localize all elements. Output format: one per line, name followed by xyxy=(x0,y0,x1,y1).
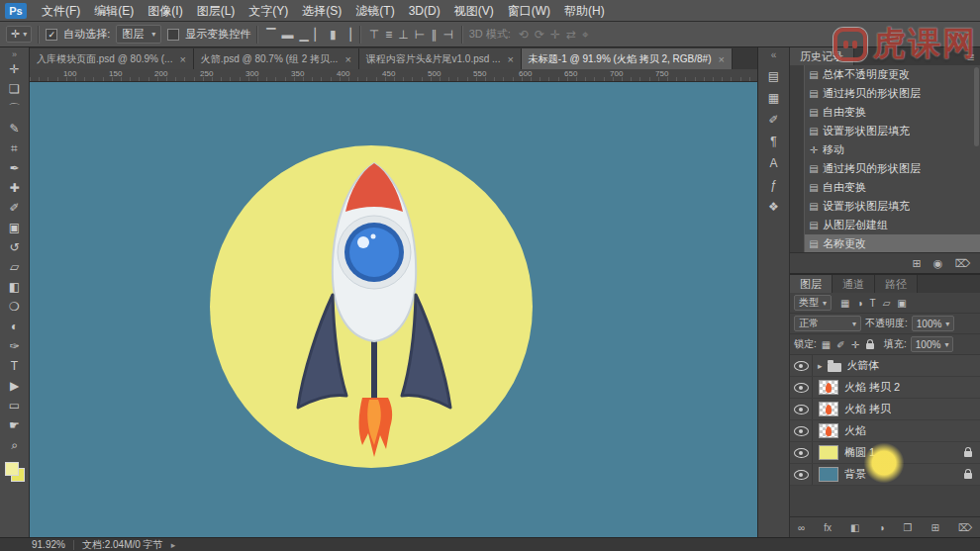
layer-name[interactable]: 火焰 拷贝 xyxy=(844,402,891,416)
history-state-row[interactable]: ▤ 名称更改 xyxy=(790,234,980,252)
document-tab[interactable]: 课程内容片头&片尾v1.0.psd ... × xyxy=(359,48,522,69)
filter-pixel-icon[interactable]: ▦ xyxy=(839,298,850,309)
visibility-toggle[interactable] xyxy=(790,420,813,441)
menu-item[interactable]: 窗口(W) xyxy=(501,0,557,22)
auto-select-dropdown[interactable]: 图层 ▾ xyxy=(116,25,161,44)
menu-item[interactable]: 图像(I) xyxy=(141,0,189,22)
align-left-icon[interactable]: ▏ xyxy=(313,28,326,42)
show-transform-checkbox[interactable] xyxy=(167,29,179,41)
visibility-toggle[interactable] xyxy=(790,442,813,463)
lock-position-icon[interactable]: ✛ xyxy=(850,339,860,350)
brush-panel-icon[interactable]: ✐ xyxy=(762,109,786,131)
opacity-dropdown[interactable]: 100% ▾ xyxy=(912,316,955,331)
align-bottom-icon[interactable]: ▁ xyxy=(298,28,311,42)
layer-thumbnail[interactable] xyxy=(819,467,838,482)
visibility-toggle[interactable] xyxy=(790,355,813,376)
tab-close-icon[interactable]: × xyxy=(179,53,185,65)
history-source-well[interactable] xyxy=(790,65,805,84)
distribute-right-icon[interactable]: ⊣ xyxy=(441,28,454,42)
history-state-row[interactable]: ▤ 通过拷贝的形状图层 xyxy=(790,84,980,103)
layer-name[interactable]: 背景 xyxy=(844,467,866,482)
filter-type-icon[interactable]: T xyxy=(869,298,877,309)
layer-row-group[interactable]: ▸ 火箭体 xyxy=(790,355,980,377)
menu-item[interactable]: 3D(D) xyxy=(402,0,447,22)
new-snapshot-icon[interactable]: ◉ xyxy=(933,257,943,270)
layer-name[interactable]: 火焰 xyxy=(844,423,866,438)
layers-panel-tab[interactable]: 路径 xyxy=(875,275,918,293)
blend-mode-dropdown[interactable]: 正常 ▾ xyxy=(794,316,861,331)
document-tab[interactable]: 未标题-1 @ 91.9% (火焰 拷贝 2, RGB/8#) × xyxy=(522,48,733,69)
history-source-well[interactable] xyxy=(790,122,805,140)
menu-item[interactable]: 帮助(H) xyxy=(557,0,612,22)
layer-row[interactable]: 椭圆 1 xyxy=(790,442,980,464)
menu-item[interactable]: 图层(L) xyxy=(190,0,243,22)
layers-panel-tab[interactable]: 通道 xyxy=(833,275,875,293)
menu-item[interactable]: 文件(F) xyxy=(35,0,87,22)
layer-thumbnail[interactable] xyxy=(819,402,838,416)
menu-item[interactable]: 滤镜(T) xyxy=(348,0,401,22)
eyedropper-tool-icon[interactable]: ✒ xyxy=(3,158,27,178)
menu-item[interactable]: 选择(S) xyxy=(295,0,348,22)
move-tool-icon[interactable]: ✛ xyxy=(3,59,27,79)
group-expand-icon[interactable]: ▸ xyxy=(818,361,823,371)
type-tool-icon[interactable]: T xyxy=(3,356,27,376)
path-selection-tool-icon[interactable]: ▶ xyxy=(3,376,27,396)
canvas-viewport[interactable]: 1001502002503003504004505005506006507007… xyxy=(30,69,757,537)
distribute-left-icon[interactable]: ⊢ xyxy=(413,28,427,42)
zoom-level[interactable]: 91.92% xyxy=(32,539,65,550)
history-source-well[interactable] xyxy=(790,197,805,216)
pen-tool-icon[interactable]: ✑ xyxy=(3,336,27,356)
marquee-tool-icon[interactable]: ❏ xyxy=(3,79,27,99)
history-source-well[interactable] xyxy=(790,84,805,103)
visibility-toggle[interactable] xyxy=(790,464,813,485)
paragraph-panel-icon[interactable]: ¶ xyxy=(762,131,786,152)
menu-item[interactable]: 视图(V) xyxy=(447,0,501,22)
document-tab[interactable]: 火箭.psd @ 80.7% (组 2 拷贝... × xyxy=(194,48,359,69)
fill-dropdown[interactable]: 100% ▾ xyxy=(911,336,954,352)
layer-thumbnail[interactable] xyxy=(819,380,838,395)
delete-state-icon[interactable]: ⌦ xyxy=(954,257,970,270)
expand-panels-icon[interactable]: « xyxy=(771,49,777,61)
tab-close-icon[interactable]: × xyxy=(507,53,513,65)
tab-close-icon[interactable]: × xyxy=(344,53,350,65)
color-panel-icon[interactable]: ▦ xyxy=(762,87,786,109)
history-source-well[interactable] xyxy=(790,103,805,122)
delete-layer-icon[interactable]: ⌦ xyxy=(958,522,972,533)
status-arrow-icon[interactable]: ▸ xyxy=(171,540,176,550)
eraser-tool-icon[interactable]: ▱ xyxy=(3,257,27,277)
history-state-row[interactable]: ▤ 自由变换 xyxy=(790,103,980,122)
layer-thumbnail[interactable] xyxy=(819,423,838,438)
history-source-well[interactable] xyxy=(790,178,805,197)
history-source-well[interactable] xyxy=(790,159,805,178)
filter-shape-icon[interactable]: ▱ xyxy=(882,298,892,309)
layer-thumbnail[interactable] xyxy=(819,445,838,460)
filter-smart-icon[interactable]: ▣ xyxy=(896,298,907,309)
history-scrollbar[interactable] xyxy=(974,67,979,146)
blur-tool-icon[interactable]: ❍ xyxy=(3,297,27,317)
shape-tool-icon[interactable]: ▭ xyxy=(3,396,27,415)
color-swatches[interactable] xyxy=(4,461,26,483)
layer-row[interactable]: 火焰 拷贝 xyxy=(790,399,980,420)
lock-pixels-icon[interactable]: ✐ xyxy=(835,339,845,350)
brush-tool-icon[interactable]: ✐ xyxy=(3,198,27,218)
collections-panel-icon[interactable]: ▤ xyxy=(762,65,786,87)
layer-style-icon[interactable]: fx xyxy=(824,522,832,533)
menu-item[interactable]: 编辑(E) xyxy=(87,0,141,22)
lock-all-icon[interactable] xyxy=(866,343,874,349)
layer-name[interactable]: 椭圆 1 xyxy=(844,445,875,460)
auto-select-checkbox[interactable] xyxy=(46,29,57,41)
panel-menu-icon[interactable]: ≣ xyxy=(967,51,975,62)
visibility-toggle[interactable] xyxy=(790,377,813,398)
3d-roll-icon[interactable]: ⟳ xyxy=(533,28,546,42)
3d-panel-icon[interactable]: ❖ xyxy=(762,196,786,218)
history-state-row[interactable]: ▤ 设置形状图层填充 xyxy=(790,197,980,216)
zoom-tool-icon[interactable]: ⌕ xyxy=(3,435,27,455)
history-state-row[interactable]: ▤ 设置形状图层填充 xyxy=(790,122,980,140)
history-state-row[interactable]: ▤ 从图层创建组 xyxy=(790,216,980,234)
filter-adjustment-icon[interactable]: ◑ xyxy=(855,298,863,309)
distribute-hcenter-icon[interactable]: ∥ xyxy=(429,28,439,42)
distribute-top-icon[interactable]: ⊤ xyxy=(367,28,381,42)
toolbar-collapse-icon[interactable]: » xyxy=(12,49,17,59)
history-source-well[interactable] xyxy=(790,216,805,234)
crop-tool-icon[interactable]: ⌗ xyxy=(3,138,27,158)
